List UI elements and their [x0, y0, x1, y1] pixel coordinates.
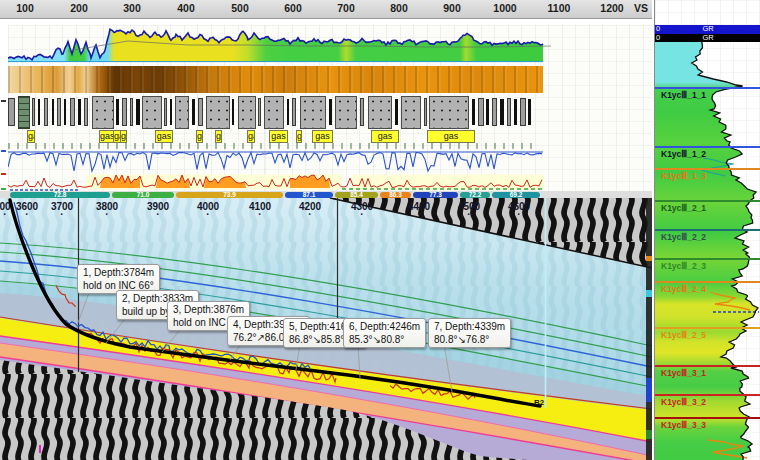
formation-label: K1ycⅢ_2_5 — [655, 330, 760, 340]
curve-scale-min: 0 — [656, 34, 660, 43]
formation-label: K1ycⅢ_2_2 — [655, 232, 760, 242]
lithology-block — [70, 98, 75, 126]
geosteering-app: 100200300400500600700800900100011001200V… — [0, 0, 760, 460]
lithology-block — [360, 98, 364, 126]
depth-tick: 3900 — [147, 201, 169, 217]
curve-headers: 0 GR 0 GR — [655, 25, 760, 42]
inclination-pill[interactable]: 85.4 — [335, 192, 378, 198]
track-min-mark — [1, 173, 6, 175]
curve-name: GR — [655, 34, 760, 43]
formation-marker[interactable]: K1ycⅢ_3_1 — [655, 365, 760, 378]
formation-marker[interactable]: K1ycⅢ_2_4 — [655, 281, 760, 294]
inclination-pill[interactable]: 86.3 — [380, 192, 411, 198]
lithology-block — [84, 98, 88, 126]
formation-label: K1ycⅢ_3_1 — [655, 368, 760, 378]
trajectory-annotation[interactable]: 6, Depth:4246m 85.3°↘80.8° — [343, 318, 426, 348]
gas-show-row[interactable]: gasgasgasgasgasgasgasgasgasgasgasgasgas — [0, 129, 652, 143]
lithology-block — [8, 98, 15, 126]
ruler-tick: 800 — [390, 2, 408, 14]
lithology-block — [142, 96, 162, 129]
lithology-block — [424, 98, 427, 126]
formation-label: K1ycⅢ_1_1 — [655, 90, 760, 100]
depth-tick: 3700 — [51, 201, 73, 217]
track-min-mark — [1, 150, 6, 152]
ruler-tick: 300 — [123, 2, 141, 14]
formation-marker[interactable]: K1ycⅢ_3_3 — [655, 417, 760, 430]
formation-label: K1ycⅢ_1_2 — [655, 149, 760, 159]
formation-line — [655, 394, 760, 396]
formation-line — [655, 87, 760, 89]
lithology-block — [395, 99, 398, 125]
annotation-inclination: 80.8°↘76.8° — [434, 333, 505, 346]
lithology-block — [164, 98, 167, 126]
gas-flag: gas — [27, 130, 35, 143]
lithology-block — [130, 98, 133, 126]
formation-marker[interactable]: K1ycⅢ_1_1 — [655, 87, 760, 100]
ruler-tick: 100 — [16, 2, 34, 14]
formation-label: K1ycⅢ_2_1 — [655, 203, 760, 213]
inclination-pill[interactable]: 69.2 — [492, 192, 540, 198]
gas-flag: gas — [312, 130, 333, 143]
resistivity-log-track[interactable] — [8, 149, 652, 173]
lithology-block — [238, 96, 256, 129]
formation-label: K1ycⅢ_3_2 — [655, 397, 760, 407]
lithology-block — [520, 98, 526, 126]
inclination-pill[interactable]: 77.3 — [413, 192, 458, 198]
formation-line — [655, 417, 760, 419]
inclination-pill[interactable]: 72.8 — [10, 192, 110, 198]
lithology-block — [136, 99, 140, 125]
gas-log-track[interactable] — [8, 173, 652, 191]
formation-label: K1ycⅢ_2_4 — [655, 284, 760, 294]
formation-label: K1ycⅢ_3_3 — [655, 420, 760, 430]
lithology-track[interactable] — [0, 96, 652, 129]
density-color-band-track[interactable] — [8, 66, 543, 93]
inclination-pill[interactable]: 87.1 — [285, 192, 333, 198]
track-min-mark — [1, 100, 6, 102]
lithology-block — [192, 99, 195, 125]
formation-line — [655, 281, 760, 283]
offset-well-panel[interactable]: 0 GR 0 GR K1ycⅢ_1_1 K1ycⅢ_1_2 — [654, 0, 760, 460]
gas-flag: gas — [247, 130, 255, 143]
lithology-block — [368, 96, 392, 129]
inclination-pill[interactable]: 71.0 — [112, 192, 174, 198]
ruler-tick: 500 — [231, 2, 249, 14]
inclination-pill[interactable]: 73.9 — [176, 192, 283, 198]
annotation-inclination: 85.3°↘80.8° — [349, 333, 420, 346]
lithology-block — [198, 98, 203, 126]
annotation-depth: 6, Depth:4246m — [349, 320, 420, 333]
formation-marker[interactable]: K1ycⅢ_1_3 — [655, 168, 760, 181]
cross-section[interactable]: 0036003700380039004000410042004300440045… — [0, 198, 652, 460]
trajectory-annotation[interactable]: 7, Depth:4339m 80.8°↘76.8° — [428, 318, 511, 348]
lithology-block — [206, 96, 230, 129]
gas-flag: gas — [196, 130, 203, 143]
formation-marker[interactable]: K1ycⅢ_1_2 — [655, 146, 760, 159]
ruler-tick: 900 — [443, 2, 461, 14]
lithology-block — [300, 96, 326, 129]
inclination-pill[interactable]: 72.2 — [460, 192, 490, 198]
formation-marker[interactable]: K1ycⅢ_3_2 — [655, 394, 760, 407]
lithology-block — [335, 96, 357, 129]
gr-log-track[interactable] — [8, 25, 652, 63]
vs-ruler[interactable]: 100200300400500600700800900100011001200V… — [0, 0, 652, 19]
depth-tick: 3600 — [16, 201, 38, 217]
depth-tick: 4600 — [508, 201, 530, 217]
lithology-block — [264, 96, 284, 129]
formation-line — [655, 146, 760, 148]
depth-tick: 4300 — [351, 201, 373, 217]
lithology-block — [528, 99, 531, 125]
ruler-tick: 200 — [70, 2, 88, 14]
formation-line — [655, 200, 760, 202]
trajectory-end-label: B2 — [534, 398, 544, 407]
lithology-block — [292, 98, 296, 126]
formation-marker[interactable]: K1ycⅢ_2_5 — [655, 327, 760, 340]
lithology-block — [122, 98, 127, 126]
lithology-block — [514, 99, 517, 125]
formation-marker[interactable]: K1ycⅢ_2_3 — [655, 258, 760, 271]
annotation-depth: 3, Depth:3876m — [173, 303, 244, 316]
lithology-block — [258, 98, 261, 126]
curve-header[interactable]: 0 GR — [655, 34, 760, 43]
formation-marker[interactable]: K1ycⅢ_2_1 — [655, 200, 760, 213]
lithology-block — [64, 99, 66, 125]
formation-marker[interactable]: K1ycⅢ_2_2 — [655, 229, 760, 242]
formation-line — [655, 229, 760, 231]
